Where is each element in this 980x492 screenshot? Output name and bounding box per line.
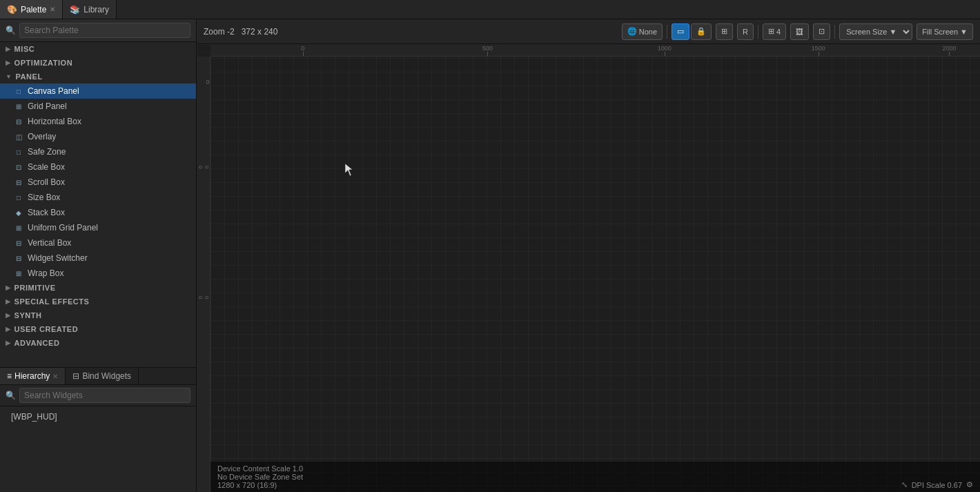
main-layout: 🔍 ▶ MISC ▶ OPTIMIZATION ▼ PANEL [0,19,980,492]
user-created-arrow: ▶ [6,326,11,333]
bind-widgets-tab-icon: ⊟ [72,371,79,381]
hierarchy-tab-bar: ≡ Hierarchy ✕ ⊟ Bind Widgets [0,368,196,385]
safe-zone-label: Safe Zone [28,147,66,157]
hierarchy-item-wbp-hud[interactable]: [WBP_HUD] [6,410,190,424]
tab-library[interactable]: 📚 Library [63,0,117,19]
size-box-icon: □ [14,193,23,202]
palette-item-scale-box[interactable]: ⊡ Scale Box [0,159,196,175]
canvas-viewport[interactable]: 0 500 1000 1500 2000 0 500 1000 [197,44,980,492]
ruler-top-content: 0 500 1000 1500 2000 [210,44,980,56]
dims-label: 372 x 240 [242,27,278,37]
ruler-left-content: 0 500 1000 [197,57,210,492]
ruler-tick-0 [303,52,304,56]
hierarchy-search-input[interactable] [19,388,190,403]
special-effects-label: SPECIAL EFFECTS [14,297,90,306]
settings-icon[interactable]: ⚙ [966,480,973,489]
palette-item-horizontal-box[interactable]: ⊟ Horizontal Box [0,114,196,129]
palette-tab-close[interactable]: ✕ [50,6,55,13]
stack-box-label: Stack Box [28,208,65,217]
synth-label: SYNTH [14,311,42,319]
palette-item-uniform-grid-panel[interactable]: ⊞ Uniform Grid Panel [0,220,196,235]
category-optimization[interactable]: ▶ OPTIMIZATION [0,56,196,70]
fill-screen-arrow: ▼ [960,28,968,36]
palette-item-stack-box[interactable]: ◆ Stack Box [0,205,196,220]
canvas-toolbar: Zoom -2 372 x 240 🌐 None ▭ 🔒 [197,19,980,44]
optimization-arrow: ▶ [6,59,11,66]
scroll-box-label: Scroll Box [28,177,65,187]
r-btn[interactable]: R [737,23,754,40]
screenshot-icon: 🖼 [796,28,803,36]
tab-palette[interactable]: 🎨 Palette ✕ [0,0,63,19]
hierarchy-tab-label: Hierarchy [14,371,50,381]
tab-hierarchy[interactable]: ≡ Hierarchy ✕ [0,368,66,384]
view-btn-screen[interactable]: ▭ [672,23,689,40]
resize-icon: ⤡ [901,480,908,489]
palette-search-icon: 🔍 [6,26,16,35]
ruler-tick-500 [487,52,488,56]
category-special-effects[interactable]: ▶ SPECIAL EFFECTS [0,295,196,308]
view-toggle-group: ▭ 🔒 [672,23,712,40]
scroll-box-icon: ⊟ [14,177,23,187]
panel-label: PANEL [15,72,42,81]
misc-arrow: ▶ [6,46,11,52]
ruler-label-0: 0 [301,45,304,52]
size-box-label: Size Box [28,193,60,202]
category-primitive[interactable]: ▶ PRIMITIVE [0,281,196,295]
palette-item-canvas-panel[interactable]: □ Canvas Panel [0,83,196,99]
palette-item-grid-panel[interactable]: ⊞ Grid Panel [0,99,196,114]
toolbar-left: Zoom -2 372 x 240 [204,27,277,37]
ruler-top: 0 500 1000 1500 2000 [210,44,980,57]
safe-zone-icon: □ [14,147,23,157]
grid-display-btn[interactable]: ⊞ 4 [763,23,786,40]
palette-item-overlay[interactable]: ◫ Overlay [0,129,196,144]
layout-btn[interactable]: ⊞ [716,23,733,40]
toolbar-divider-1 [667,25,667,39]
optimization-label: OPTIMIZATION [14,59,73,67]
toolbar-divider-2 [758,25,758,39]
dpi-label: DPI Scale 0.67 [912,481,962,489]
fill-screen-btn[interactable]: Fill Screen ▼ [917,23,973,40]
synth-arrow: ▶ [6,312,11,319]
bind-widgets-tab-label: Bind Widgets [82,371,131,381]
vertical-box-icon: ⊟ [14,238,23,248]
view-btn-lock[interactable]: 🔒 [691,23,712,40]
overlay-icon: ◫ [14,132,23,141]
hierarchy-tab-close[interactable]: ✕ [52,373,58,380]
scale-box-label: Scale Box [28,162,65,172]
palette-tab-icon: 🎨 [7,5,17,14]
category-misc[interactable]: ▶ MISC [0,42,196,56]
grid-count: 4 [776,28,781,36]
library-tab-label: Library [84,5,109,14]
palette-item-vertical-box[interactable]: ⊟ Vertical Box [0,235,196,250]
screen-size-select[interactable]: Screen Size ▼ [839,23,912,40]
wbp-hud-label: [WBP_HUD] [11,412,57,422]
palette-search-input[interactable] [19,23,190,38]
hierarchy-content: [WBP_HUD] [0,406,196,492]
screenshot-btn[interactable]: 🖼 [790,23,809,40]
layout-icon: ⊞ [721,27,727,36]
ruler-tick-2000 [949,52,950,56]
tab-bind-widgets[interactable]: ⊟ Bind Widgets [66,368,139,384]
uniform-grid-panel-label: Uniform Grid Panel [28,223,98,233]
category-user-created[interactable]: ▶ USER CREATED [0,322,196,336]
aspect-icon: ⊡ [819,27,825,36]
left-panel: 🔍 ▶ MISC ▶ OPTIMIZATION ▼ PANEL [0,19,197,492]
palette-item-widget-switcher[interactable]: ⊟ Widget Switcher [0,250,196,266]
ruler-tick-1000 [665,52,665,56]
palette-item-scroll-box[interactable]: ⊟ Scroll Box [0,175,196,190]
palette-item-size-box[interactable]: □ Size Box [0,190,196,205]
palette-item-safe-zone[interactable]: □ Safe Zone [0,144,196,159]
category-synth[interactable]: ▶ SYNTH [0,308,196,322]
ruler-label-1000: 1000 [658,45,672,52]
aspect-btn[interactable]: ⊡ [813,23,830,40]
widget-switcher-icon: ⊟ [14,253,23,263]
advanced-arrow: ▶ [6,340,11,346]
ruler-label-1500: 1500 [812,45,825,52]
ruler-label-500: 500 [482,45,493,52]
category-advanced[interactable]: ▶ ADVANCED [0,336,196,350]
palette-item-wrap-box[interactable]: ⊞ Wrap Box [0,266,196,281]
globe-btn[interactable]: 🌐 None [622,23,663,40]
hierarchy-search-bar: 🔍 [0,385,196,406]
category-panel[interactable]: ▼ PANEL [0,70,196,83]
canvas-inner[interactable] [210,57,980,492]
